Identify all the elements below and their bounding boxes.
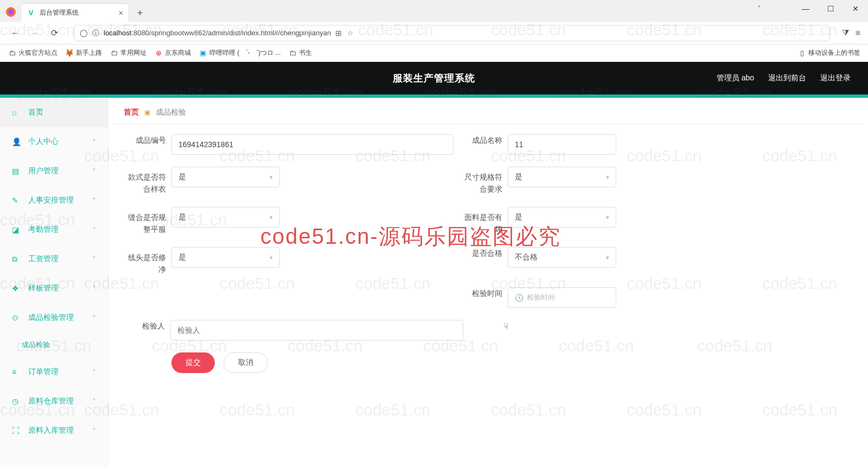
qr-icon[interactable]: ⊞ [335, 29, 342, 37]
firefox-icon: 🦊 [65, 49, 74, 58]
select-ccgg[interactable]: 是▾ [508, 167, 616, 187]
chevron-down-icon: ▾ [270, 174, 273, 181]
folder-icon: 🗀 [110, 49, 118, 58]
breadcrumb-current: 成品检验 [156, 108, 186, 117]
sidebar-item-template[interactable]: ❖样板管理˅ [0, 274, 108, 303]
bookmark-item[interactable]: 🦊新手上路 [65, 48, 102, 58]
users-icon: ▤ [12, 167, 22, 175]
bookmark-item[interactable]: 🗀书生 [288, 48, 312, 58]
select-xtxj[interactable]: 是▾ [171, 247, 280, 268]
sidebar-item-hr[interactable]: ✎人事安排管理˅ [0, 186, 108, 215]
extensions-icon[interactable]: ⧩ [842, 28, 849, 38]
lock-icon: ⓘ [92, 28, 99, 38]
copy-icon: ⧉ [12, 255, 22, 264]
select-fhgz[interactable]: 是▾ [171, 207, 280, 228]
url-text: localhost:8080/springbootww862/admin/dis… [104, 29, 331, 37]
input-jyr[interactable] [170, 320, 463, 340]
bookmark-star-icon[interactable]: ☆ [347, 29, 354, 37]
mobile-bookmarks[interactable]: ▯移动设备上的书签 [797, 48, 860, 58]
folder-icon: 🗀 [288, 49, 297, 58]
shield-icon: ◯ [80, 29, 88, 37]
back-to-front-link[interactable]: 退出到前台 [768, 73, 806, 83]
select-mlyh[interactable]: 是▾ [508, 207, 616, 228]
label-xtxj: 线头是否修净 [127, 247, 166, 275]
cancel-button[interactable]: 取消 [224, 352, 268, 373]
window-minimize-button[interactable]: — [793, 0, 818, 17]
user-icon: 👤 [12, 137, 22, 146]
chevron-down-icon: ˅ [93, 256, 96, 263]
input-cpmc[interactable] [508, 134, 616, 155]
reload-button[interactable]: ⟳ [47, 26, 62, 41]
chevron-down-icon: ▾ [606, 214, 609, 221]
bilibili-icon: ▣ [199, 49, 207, 58]
sidebar-item-attendance[interactable]: ◪考勤管理˅ [0, 215, 108, 244]
sidebar-item-personal[interactable]: 👤个人中心˅ [0, 127, 108, 156]
chevron-down-icon: ▾ [606, 174, 609, 181]
folder-icon: 🗀 [8, 49, 16, 58]
select-sfhg[interactable]: 不合格▾ [508, 247, 616, 268]
form: 成品编号 成品名称 款式是否符合样衣 是▾ 尺寸规格符合要求 是▾ [114, 129, 863, 378]
label-mlyh: 面料是否有坏 [463, 207, 502, 235]
sidebar-item-orders[interactable]: ≡订单管理˅ [0, 357, 108, 387]
sidebar: ⌂首页 👤个人中心˅ ▤用户管理˅ ✎人事安排管理˅ ◪考勤管理˅ ⧉工资管理˅… [0, 98, 108, 467]
browser-tab[interactable]: V 后台管理系统 × [21, 3, 129, 22]
sidebar-item-warehouse[interactable]: ◷原料仓库管理˅ [0, 387, 108, 416]
sidebar-item-inspection[interactable]: ⊙成品检验管理˄ [0, 303, 108, 332]
edit-icon: ✎ [12, 196, 22, 205]
user-info[interactable]: 管理员 abo [717, 73, 754, 83]
back-button[interactable]: ← [8, 26, 23, 41]
new-tab-button[interactable]: + [132, 5, 148, 21]
browser-titlebar: V 后台管理系统 × + ˅ — ☐ ✕ [0, 0, 868, 22]
breadcrumb-sep-icon: ▣ [144, 109, 150, 116]
chevron-down-icon: ▾ [270, 254, 273, 261]
sidebar-item-salary[interactable]: ⧉工资管理˅ [0, 244, 108, 274]
bookmark-item[interactable]: ▣哔哩哔哩 ( ゜- ゜)つロ ... [199, 48, 280, 58]
chevron-up-icon: ˄ [93, 314, 96, 321]
menu-icon[interactable]: ≡ [856, 28, 860, 38]
mobile-icon: ▯ [797, 49, 806, 58]
bookmark-item[interactable]: 🗀火狐官方站点 [8, 48, 58, 58]
bookmark-item[interactable]: ⊕京东商城 [154, 48, 191, 58]
chevron-down-icon: ˅ [93, 197, 96, 204]
sidebar-item-home[interactable]: ⌂首页 [0, 98, 108, 127]
label-sfhg: 是否合格 [463, 247, 502, 259]
home-icon: ⌂ [12, 108, 22, 117]
clock-icon: 🕓 [515, 294, 524, 302]
tabs-dropdown-icon[interactable]: ˅ [746, 0, 771, 17]
main-content: 首页 ▣ 成品检验 成品编号 成品名称 款式是否符合样衣 是▾ [108, 98, 868, 467]
submit-button[interactable]: 提交 [171, 352, 215, 373]
chevron-down-icon: ˅ [93, 285, 96, 292]
sidebar-subitem-inspection[interactable]: 成品检验 [0, 332, 108, 357]
app-header: 服装生产管理系统 管理员 abo 退出到前台 退出登录 [0, 62, 868, 94]
label-cpmc: 成品名称 [463, 134, 502, 146]
svg-point-1 [8, 9, 14, 15]
sidebar-item-inbound[interactable]: ⛶原料入库管理˅ [0, 416, 108, 445]
chevron-down-icon: ˅ [93, 427, 96, 434]
label-ccgg: 尺寸规格符合要求 [463, 167, 502, 195]
window-maximize-button[interactable]: ☐ [818, 0, 843, 17]
firefox-icon [4, 5, 17, 18]
breadcrumb-home[interactable]: 首页 [124, 108, 139, 117]
datepicker-jysj[interactable]: 🕓检验时间 [508, 287, 616, 308]
forward-button[interactable]: → [27, 26, 42, 41]
sidebar-item-users[interactable]: ▤用户管理˅ [0, 156, 108, 186]
input-cpbh[interactable] [171, 134, 454, 155]
label-cpbh: 成品编号 [127, 134, 166, 146]
select-ksfh[interactable]: 是▾ [171, 167, 280, 187]
target-icon: ⊙ [12, 313, 22, 322]
window-close-button[interactable]: ✕ [843, 0, 868, 17]
expand-icon: ⛶ [12, 426, 22, 435]
breadcrumb: 首页 ▣ 成品检验 [114, 98, 863, 124]
label-jysj: 检验时间 [463, 287, 502, 299]
label-ksfh: 款式是否符合样衣 [127, 167, 166, 195]
check-icon: ◪ [12, 225, 22, 234]
url-input[interactable]: ◯ ⓘ localhost:8080/springbootww862/admin… [74, 25, 830, 41]
bookmark-item[interactable]: 🗀常用网址 [110, 48, 146, 58]
chevron-down-icon: ˅ [93, 168, 96, 175]
logout-link[interactable]: 退出登录 [820, 73, 851, 83]
chevron-down-icon: ˅ [93, 369, 96, 376]
app-title: 服装生产管理系统 [393, 72, 475, 85]
tab-favicon: V [27, 9, 35, 17]
close-icon[interactable]: × [119, 9, 123, 17]
chevron-down-icon: ˅ [93, 398, 96, 405]
